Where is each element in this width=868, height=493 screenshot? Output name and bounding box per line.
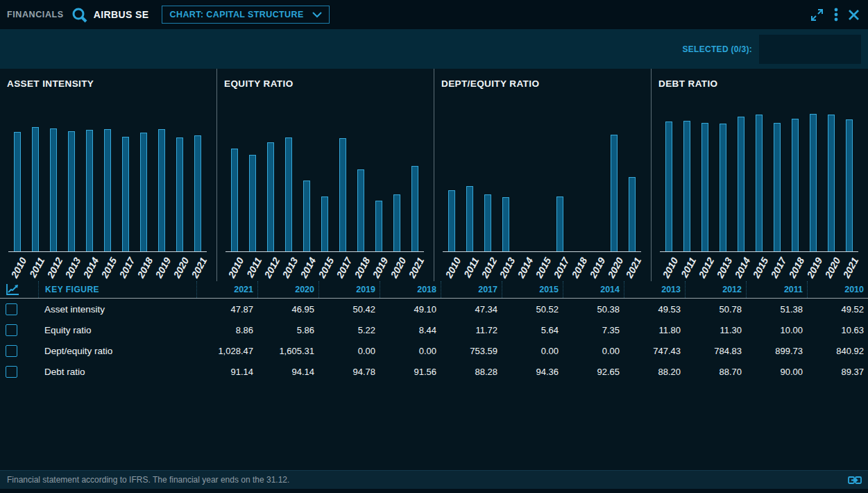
link-button[interactable]	[848, 476, 862, 485]
chart-bar[interactable]	[194, 135, 201, 251]
x-axis-label: 2020	[171, 256, 191, 280]
bar-slot	[244, 106, 262, 251]
chart-bar[interactable]	[502, 197, 509, 251]
more-options-button[interactable]	[834, 8, 838, 22]
x-axis-label-slot: 2018	[352, 252, 370, 288]
selection-input[interactable]	[759, 35, 861, 64]
chart-bar[interactable]	[828, 115, 835, 251]
chart-bar[interactable]	[176, 137, 183, 251]
x-axis-label: 2012	[696, 256, 716, 280]
search-button[interactable]	[71, 6, 88, 24]
bar-slot	[262, 106, 280, 251]
chart-bar[interactable]	[846, 119, 853, 251]
chart-bar[interactable]	[720, 124, 726, 251]
bar-slot	[551, 106, 569, 251]
company-name: AIRBUS SE	[94, 9, 149, 20]
row-checkbox[interactable]	[6, 366, 17, 378]
chart-bar[interactable]	[86, 130, 93, 251]
bar-slot	[406, 106, 424, 251]
chart-bar[interactable]	[249, 155, 256, 251]
chart-bar[interactable]	[792, 119, 799, 251]
chart-bar[interactable]	[756, 115, 763, 251]
chart-bar[interactable]	[50, 128, 57, 251]
x-axis-label: 2011	[679, 256, 698, 279]
bar-slot	[660, 106, 678, 251]
chart-plot-area	[225, 106, 424, 252]
chart-panel: DEBT RATIO201020112012201320142015201720…	[651, 69, 868, 281]
bar-slot	[370, 106, 388, 251]
chart-bar[interactable]	[140, 133, 147, 251]
chart-bar[interactable]	[393, 194, 400, 251]
chart-bar[interactable]	[738, 117, 744, 251]
x-axis-label-slot: 2010	[443, 252, 461, 288]
chart-bar[interactable]	[285, 137, 292, 251]
row-checkbox[interactable]	[6, 303, 17, 315]
x-axis-label-slot: 2015	[99, 252, 117, 288]
kebab-menu-icon	[834, 8, 838, 22]
link-icon	[848, 476, 862, 485]
bar-slot	[99, 106, 117, 251]
close-button[interactable]	[848, 9, 860, 21]
bar-slot	[62, 106, 80, 251]
chart-bar[interactable]	[484, 194, 491, 251]
bar-slot	[840, 106, 858, 251]
row-checkbox[interactable]	[6, 345, 17, 357]
x-axis-label: 2017	[768, 256, 788, 280]
x-axis-label-slot: 2013	[714, 252, 732, 288]
x-axis-label: 2012	[479, 256, 499, 280]
chart-bar[interactable]	[32, 127, 39, 251]
key-figure-value: 1,605.31	[257, 340, 318, 361]
expand-button[interactable]	[810, 8, 824, 22]
chart-bar[interactable]	[104, 129, 111, 251]
bar-slot	[225, 106, 244, 251]
chart-bar[interactable]	[665, 122, 672, 251]
x-axis-label-slot: 2019	[587, 252, 605, 288]
chart-bar[interactable]	[68, 131, 75, 251]
key-figure-value: 94.14	[257, 361, 318, 382]
key-figure-label: Equity ratio	[38, 319, 196, 340]
bar-slot	[117, 106, 135, 251]
chart-bar[interactable]	[303, 181, 310, 251]
chart-bar[interactable]	[556, 197, 563, 251]
chart-bar[interactable]	[810, 114, 817, 251]
key-figure-value: 5.86	[257, 319, 318, 340]
chart-bar[interactable]	[357, 169, 364, 251]
chart-bar[interactable]	[774, 123, 781, 251]
search-icon	[71, 6, 88, 24]
chart-bar[interactable]	[122, 137, 129, 251]
chart-bar[interactable]	[321, 197, 328, 251]
x-axis-label: 2013	[280, 256, 300, 280]
chart-title: EQUITY RATIO	[217, 78, 434, 89]
chart-bar[interactable]	[14, 132, 21, 251]
x-axis-label-slot: 2019	[153, 252, 171, 288]
chart-bar[interactable]	[448, 190, 455, 251]
window-bottom-edge	[0, 489, 868, 493]
chart-bar[interactable]	[701, 123, 708, 251]
bar-slot	[515, 106, 533, 251]
chart-bar[interactable]	[231, 149, 238, 251]
x-axis-label: 2021	[406, 256, 426, 280]
chart-bar[interactable]	[339, 138, 346, 251]
bar-slot	[280, 106, 298, 251]
chart-bar[interactable]	[629, 177, 636, 251]
key-figure-value: 11.30	[685, 319, 746, 340]
chart-title: DEPT/EQUITY RATIO	[434, 78, 651, 89]
chart-bar[interactable]	[611, 135, 618, 251]
bar-slot	[298, 106, 316, 251]
chart-bar[interactable]	[466, 186, 473, 251]
empty-space	[0, 382, 868, 470]
key-figure-value: 50.42	[318, 299, 380, 319]
chart-bar[interactable]	[158, 129, 165, 251]
x-axis-label: 2018	[569, 256, 589, 280]
x-axis-label: 2019	[153, 256, 173, 280]
x-axis-label: 2011	[461, 256, 481, 279]
x-axis-label-slot: 2013	[280, 252, 298, 288]
x-axis-label-slot: 2011	[26, 252, 44, 288]
row-checkbox[interactable]	[6, 324, 17, 336]
chart-bar[interactable]	[375, 201, 382, 251]
key-figure-value: 88.20	[624, 361, 685, 382]
chart-bar[interactable]	[411, 166, 418, 251]
chart-type-dropdown[interactable]: CHART: CAPITAL STRUCTURE	[162, 6, 330, 24]
chart-bar[interactable]	[683, 121, 690, 251]
chart-bar[interactable]	[267, 142, 274, 251]
